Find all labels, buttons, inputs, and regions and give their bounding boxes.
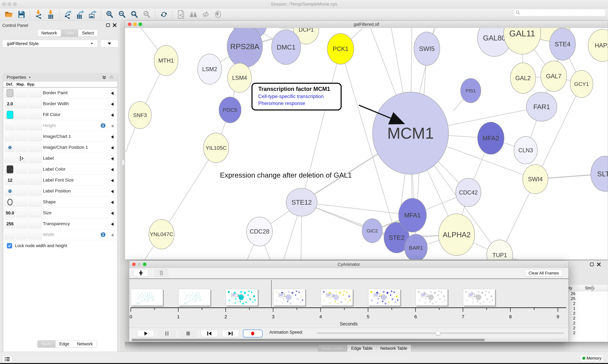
expand-all-icon[interactable] — [102, 75, 107, 80]
expand-property-arrow[interactable] — [111, 201, 113, 204]
network-node-FAR1[interactable]: FAR1 — [526, 92, 557, 121]
cyanimator-titlebar[interactable]: CyAnimator — [129, 261, 568, 268]
mapping-value-cell[interactable] — [16, 143, 27, 152]
property-row-height[interactable]: Height — [3, 120, 117, 131]
expand-property-arrow[interactable] — [111, 179, 113, 182]
stop-button[interactable] — [180, 330, 196, 337]
property-row-image-chart-position-1[interactable]: Image/Chart Position 1 — [3, 142, 117, 153]
network-doc-button[interactable] — [176, 10, 186, 19]
minimize-window-icon[interactable] — [133, 23, 137, 26]
tab-edge[interactable]: Edge — [55, 340, 73, 347]
timeline-frame-5[interactable] — [368, 289, 400, 306]
default-value-cell[interactable]: 2.0 — [5, 99, 15, 108]
bypass-value-cell[interactable] — [28, 165, 42, 174]
network-node-PDC5[interactable]: PDC5 — [219, 97, 241, 123]
pause-button[interactable] — [158, 330, 175, 337]
mapping-value-cell[interactable] — [16, 187, 27, 196]
network-node-GAL2[interactable]: GAL2 — [510, 63, 536, 93]
search-input[interactable] — [521, 10, 603, 15]
default-value-cell[interactable] — [5, 132, 15, 141]
export-table-button[interactable] — [76, 10, 85, 19]
network-node-SNF3[interactable]: SNF3 — [129, 102, 151, 129]
animation-speed-slider[interactable] — [317, 333, 564, 334]
default-value-cell[interactable] — [5, 88, 15, 98]
network-node-STE12[interactable]: STE12 — [286, 188, 317, 216]
network-node-BAR1[interactable]: BAR1 — [404, 234, 427, 260]
show-detail-button[interactable] — [213, 10, 223, 19]
refresh-button[interactable] — [159, 10, 168, 19]
mapping-value-cell[interactable] — [16, 208, 27, 218]
network-node-RPS28A[interactable]: RPS28A — [227, 28, 263, 67]
mapping-value-cell[interactable] — [16, 219, 27, 229]
bypass-value-cell[interactable] — [28, 143, 42, 152]
bypass-value-cell[interactable] — [28, 99, 42, 108]
bypass-value-cell[interactable] — [28, 88, 42, 98]
lock-size-checkbox[interactable] — [7, 243, 12, 248]
mapping-value-cell[interactable] — [16, 88, 27, 98]
network-node-CLN3[interactable]: CLN3 — [514, 136, 537, 164]
expand-property-arrow[interactable] — [111, 222, 113, 226]
bypass-value-cell[interactable] — [28, 121, 42, 130]
tab-network[interactable]: Network — [38, 30, 61, 37]
mapping-value-cell[interactable] — [16, 132, 27, 141]
tab-network-table[interactable]: Network Table — [376, 345, 411, 352]
timeline-frame-3[interactable] — [273, 289, 305, 306]
bypass-value-cell[interactable] — [28, 110, 42, 119]
network-node-PIS1[interactable]: PIS1 — [461, 78, 481, 103]
tab-node-table[interactable]: Node Table — [318, 345, 347, 352]
network-node-PCK1[interactable]: PCK1 — [327, 34, 354, 64]
float-panel-icon[interactable] — [590, 262, 594, 267]
default-value-cell[interactable] — [5, 154, 15, 163]
mapping-value-cell[interactable] — [16, 230, 27, 239]
float-panel-icon[interactable] — [106, 23, 110, 27]
expand-property-arrow[interactable] — [111, 91, 113, 95]
default-value-cell[interactable] — [5, 143, 15, 152]
expand-property-arrow[interactable] — [111, 212, 113, 215]
property-row-label-position[interactable]: Label Position — [3, 186, 117, 196]
network-node-YNL047C[interactable]: YNL047C — [149, 219, 174, 249]
network-node-GIC2[interactable]: GIC2 — [362, 219, 382, 243]
default-value-cell[interactable] — [5, 165, 15, 174]
default-value-cell[interactable] — [5, 187, 15, 196]
default-value-cell[interactable] — [5, 110, 15, 119]
default-value-cell[interactable] — [5, 121, 15, 130]
expand-property-arrow[interactable] — [111, 103, 113, 106]
property-row-fill-color[interactable]: Fill Color — [3, 109, 117, 120]
lock-size-row[interactable]: Lock node width and height — [3, 240, 117, 251]
zoom-selected-button[interactable] — [142, 10, 151, 19]
network-node-STE4[interactable]: STE4 — [550, 28, 576, 60]
add-frame-button[interactable] — [134, 269, 148, 277]
scrollbar-thumb[interactable] — [132, 339, 485, 341]
bypass-value-cell[interactable] — [28, 176, 42, 185]
network-node-YIL105C[interactable]: YIL105C — [204, 133, 229, 163]
zoom-in-button[interactable] — [105, 10, 114, 19]
tab-node[interactable]: Node — [38, 340, 55, 347]
property-row-border-width[interactable]: 2.0Border Width — [3, 98, 117, 109]
default-value-cell[interactable] — [5, 230, 15, 239]
network-node-CDC42[interactable]: CDC42 — [456, 178, 481, 207]
timeline-frame-1[interactable] — [179, 289, 210, 306]
info-icon[interactable] — [100, 232, 106, 238]
search-field[interactable] — [514, 9, 606, 16]
network-node-MFA2[interactable]: MFA2 — [478, 122, 504, 154]
network-node-GAL7[interactable]: GAL7 — [541, 61, 567, 91]
bypass-value-cell[interactable] — [28, 132, 42, 141]
close-panel-icon[interactable] — [597, 262, 601, 267]
export-image-button[interactable] — [88, 10, 97, 19]
bypass-value-cell[interactable] — [28, 154, 42, 163]
animation-timeline[interactable]: 0123456789Seconds — [129, 279, 568, 328]
timeline-playhead[interactable] — [271, 280, 272, 308]
network-node-CDC28[interactable]: CDC28 — [247, 217, 273, 246]
annotation-box[interactable]: Transcription factor MCM1 Cell-type-spec… — [251, 83, 342, 111]
property-row-image-chart-1[interactable]: Image/Chart 1 — [3, 131, 117, 142]
network-node-MTH1[interactable]: MTH1 — [154, 45, 178, 76]
mapping-value-cell[interactable] — [16, 154, 27, 163]
bypass-value-cell[interactable] — [28, 187, 42, 196]
property-row-border-paint[interactable]: Border Paint — [3, 87, 117, 98]
network-canvas[interactable]: RPS28ADCP1DMC1PCK1MTH1LSM2LSM4SNF3PDC5YI… — [125, 28, 608, 260]
network-node-SWI5[interactable]: SWI5 — [414, 32, 440, 65]
expand-property-arrow[interactable] — [111, 146, 113, 150]
network-node-GCY1[interactable]: GCY1 — [570, 70, 593, 98]
network-window-titlebar[interactable]: galFiltered.sif — [125, 21, 608, 28]
mapping-value-cell[interactable] — [16, 165, 27, 174]
